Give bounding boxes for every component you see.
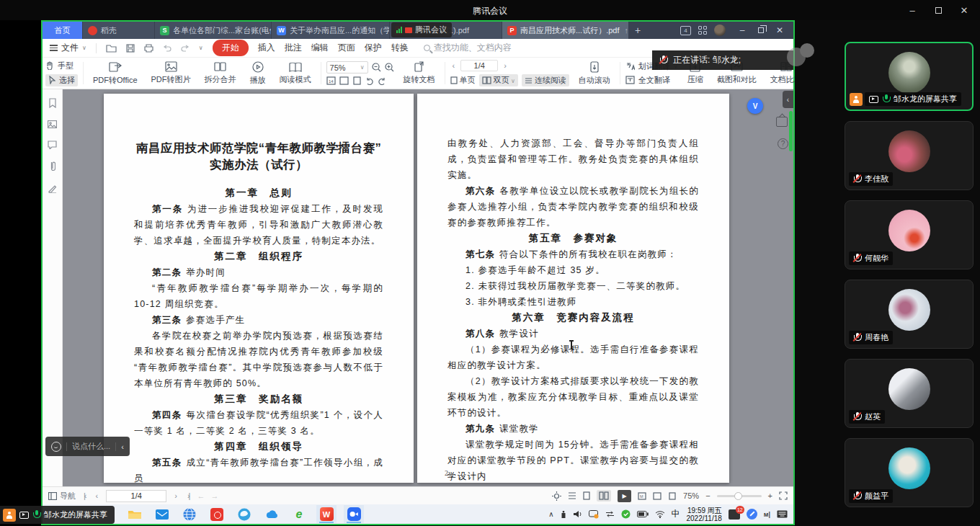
participant-tile[interactable]: 李佳敔 bbox=[845, 121, 974, 190]
notification-app-icon[interactable]: 12 bbox=[729, 509, 740, 520]
split-merge-button[interactable]: 拆分合并 bbox=[200, 59, 241, 87]
close-button[interactable]: ✕ bbox=[951, 0, 977, 20]
minimize-button[interactable]: – bbox=[899, 0, 925, 20]
first-page-icon[interactable]: |‹ bbox=[81, 491, 88, 500]
collapse-chat-icon[interactable]: ‹ bbox=[121, 442, 124, 451]
taskbar-huawei-app[interactable] bbox=[207, 505, 227, 523]
network-transfer-icon[interactable] bbox=[605, 510, 615, 518]
print-icon[interactable] bbox=[144, 44, 153, 53]
zoom-slider-knob[interactable] bbox=[734, 492, 742, 500]
read-mode-button[interactable]: 阅读模式 bbox=[275, 59, 316, 87]
prev-page-icon[interactable]: ‹ bbox=[94, 491, 101, 500]
zoom-out-icon[interactable] bbox=[372, 63, 381, 72]
thumbnail-icon[interactable] bbox=[48, 120, 57, 128]
antivirus-icon[interactable] bbox=[621, 509, 631, 519]
participant-tile[interactable]: 何靓华 bbox=[845, 200, 974, 269]
chat-placeholder[interactable]: 说点什么... bbox=[72, 441, 110, 452]
tab-pdf-current[interactable]: P 南昌应用技术师...试行）.pdf ↑ ✕ bbox=[502, 22, 629, 39]
zoom-slider[interactable] bbox=[717, 495, 762, 497]
input-method-indicator[interactable]: 中 bbox=[672, 508, 680, 520]
forward-view-icon[interactable]: → bbox=[210, 491, 218, 500]
cellular-signal-icon[interactable]: ᴍ| bbox=[764, 511, 770, 518]
menu-tab-start[interactable]: 开始 bbox=[213, 40, 249, 56]
account-avatar[interactable] bbox=[714, 24, 726, 36]
zoom-plus-button[interactable]: + bbox=[768, 491, 772, 500]
fit-width-icon[interactable] bbox=[352, 76, 362, 85]
wifi-icon[interactable] bbox=[655, 510, 665, 518]
undo-icon[interactable] bbox=[163, 45, 172, 52]
taskbar-clock[interactable]: 19:59 周五 2022/11/18 bbox=[687, 507, 722, 522]
status-zoom-value[interactable]: 75% bbox=[683, 491, 699, 500]
next-page-icon[interactable]: › bbox=[172, 491, 179, 500]
meeting-floating-chip[interactable]: 腾讯会议 bbox=[391, 22, 452, 37]
pdf-to-image-button[interactable]: PDF转图片 bbox=[147, 59, 195, 87]
open-file-icon[interactable] bbox=[106, 44, 117, 53]
attachment-icon[interactable] bbox=[49, 161, 55, 171]
double-page-layout-icon[interactable] bbox=[597, 490, 611, 502]
taskbar-file-explorer[interactable] bbox=[125, 505, 145, 523]
continuous-read-button[interactable]: 连续阅读 bbox=[522, 74, 569, 86]
quick-chat-bubble[interactable]: 说点什么... ‹ bbox=[45, 437, 130, 456]
app-close-button[interactable]: ✕ bbox=[770, 22, 789, 39]
volume-icon[interactable] bbox=[573, 510, 582, 518]
rotate-right-icon[interactable] bbox=[378, 77, 386, 85]
rotate-left-icon[interactable] bbox=[365, 77, 374, 85]
taskbar-mail[interactable] bbox=[152, 505, 172, 523]
participant-tile[interactable]: 邹水龙的屏幕共享 bbox=[845, 42, 974, 111]
menu-tab-page[interactable]: 页面 bbox=[338, 42, 355, 54]
single-page-layout-icon[interactable] bbox=[583, 491, 590, 500]
fullscreen-icon[interactable] bbox=[779, 491, 788, 500]
menu-tab-comment[interactable]: 批注 bbox=[285, 42, 302, 54]
member-badge[interactable]: V bbox=[747, 98, 763, 114]
message-icon[interactable] bbox=[589, 510, 599, 519]
usb-device-icon[interactable] bbox=[561, 510, 566, 519]
page-indicator[interactable]: 1/4 bbox=[460, 60, 498, 71]
select-tool-button[interactable]: 选择 bbox=[45, 74, 78, 86]
taskbar-wps[interactable]: W bbox=[316, 505, 337, 523]
menu-tab-protect[interactable]: 保护 bbox=[365, 42, 382, 54]
last-page-icon[interactable]: ›| bbox=[185, 491, 192, 500]
double-page-button[interactable]: 双页 ∨ bbox=[479, 74, 518, 86]
pen-input-icon[interactable] bbox=[747, 509, 757, 520]
taskbar-browser-globe[interactable] bbox=[179, 505, 200, 523]
zoom-minus-button[interactable]: − bbox=[705, 491, 710, 500]
full-translate-button[interactable]: 全文翻译 bbox=[625, 75, 678, 86]
fit-page-icon[interactable] bbox=[653, 492, 662, 500]
app-minimize-button[interactable]: – bbox=[733, 22, 752, 39]
more-commands-icon[interactable]: ∨ bbox=[199, 45, 203, 51]
redo-icon[interactable] bbox=[181, 45, 190, 52]
tab-spreadsheet[interactable]: S 各单位各部门综...家台账(电信) bbox=[155, 22, 272, 39]
taskbar-tencent-meeting[interactable] bbox=[344, 505, 364, 523]
share-export-icon[interactable] bbox=[776, 117, 788, 127]
actual-size-icon[interactable]: 14 bbox=[326, 76, 336, 85]
file-menu[interactable]: 文件 ∨ bbox=[50, 42, 86, 54]
back-view-icon[interactable]: ← bbox=[197, 491, 205, 500]
signature-icon[interactable] bbox=[48, 184, 57, 193]
tab-manager-icon[interactable]: 4 bbox=[680, 26, 691, 35]
help-icon[interactable]: ? bbox=[778, 138, 788, 149]
save-icon[interactable] bbox=[126, 44, 135, 53]
rotate-document-button[interactable]: 旋转文档 bbox=[399, 59, 440, 87]
auto-scroll-button[interactable]: 自动滚动 bbox=[574, 59, 615, 87]
participant-tile[interactable]: 周春艳 bbox=[845, 280, 974, 349]
fit-width-icon[interactable] bbox=[668, 492, 677, 500]
tab-home[interactable]: 首页 bbox=[43, 22, 83, 39]
zoom-in-icon[interactable] bbox=[385, 63, 394, 72]
emoji-icon[interactable] bbox=[51, 442, 61, 452]
pdf-to-office-button[interactable]: PDF转Office bbox=[89, 59, 142, 87]
tab-docer[interactable]: 稻壳 bbox=[83, 22, 155, 39]
participant-tile[interactable]: 颜益平 bbox=[845, 438, 974, 507]
screen-share-indicator-pill[interactable]: 邹水龙的屏幕共享 bbox=[0, 506, 115, 524]
status-page-indicator[interactable]: 1/4 bbox=[106, 490, 166, 502]
scrollbar-thumb[interactable] bbox=[789, 111, 793, 151]
taskbar-edge[interactable] bbox=[234, 505, 254, 523]
panel-collapse-handle[interactable]: ‹ bbox=[783, 91, 793, 108]
cloud-upload-icon[interactable]: ↑ bbox=[625, 26, 629, 35]
presentation-play-button[interactable]: ▶ bbox=[618, 490, 631, 502]
bookmark-icon[interactable] bbox=[48, 98, 57, 108]
menu-tab-insert[interactable]: 插入 bbox=[258, 42, 275, 54]
continuous-layout-icon[interactable] bbox=[568, 491, 576, 500]
hand-tool-button[interactable]: 手型 bbox=[45, 61, 78, 71]
taskbar-onedrive[interactable] bbox=[262, 505, 282, 523]
fit-page-icon[interactable] bbox=[339, 76, 349, 85]
